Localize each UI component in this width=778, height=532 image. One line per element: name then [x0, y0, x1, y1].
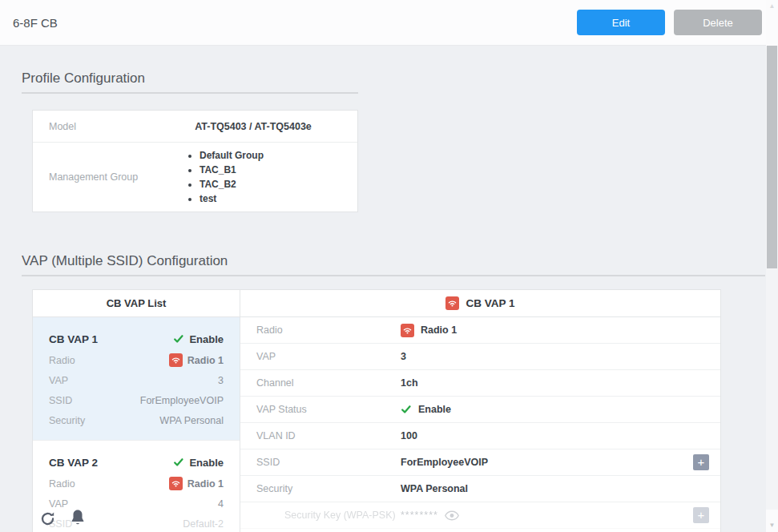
management-group-label: Management Group [33, 171, 149, 183]
check-icon [401, 404, 412, 415]
detail-row-channel: Channel 1ch [240, 370, 720, 397]
model-label: Model [33, 121, 149, 132]
radio-value: Radio 1 [169, 477, 224, 490]
bell-icon [69, 518, 87, 530]
wifi-icon [169, 353, 183, 367]
notifications-button[interactable] [69, 508, 87, 530]
status-text: Enable [189, 333, 224, 345]
list-item: test [200, 191, 357, 206]
detail-row-radio: Radio Radio 1 [240, 317, 720, 344]
detail-row-ssid: SSID ForEmployeeVOIP + [240, 449, 720, 476]
detail-row-vap: VAP 3 [240, 344, 720, 370]
model-row: Model AT-TQ5403 / AT-TQ5403e [33, 111, 357, 142]
scrollbar-up-icon[interactable]: ▲ [766, 2, 778, 10]
management-group-list: Default Group TAC_B1 TAC_B2 test [149, 148, 357, 206]
vap-table: CB VAP List CB VAP 1 Enable Radio [32, 289, 721, 532]
ssid-value: Default-2 [183, 518, 224, 530]
vap-list-header: CB VAP List [33, 290, 240, 317]
security-label: Security [49, 415, 85, 426]
section-divider [22, 92, 358, 94]
plus-icon: + [698, 508, 705, 522]
status-badge: Enable [173, 333, 224, 345]
list-item: TAC_B1 [200, 163, 357, 177]
delete-button[interactable]: Delete [674, 10, 762, 35]
vap-label: VAP [49, 498, 68, 510]
vap-card-name: CB VAP 2 [49, 457, 98, 469]
check-icon [173, 457, 184, 468]
vap-value: 4 [218, 498, 224, 510]
scrollbar-down-icon[interactable]: ▼ [766, 522, 778, 529]
scrollbar[interactable]: ▲ ▼ [766, 0, 778, 532]
section-divider [22, 275, 765, 276]
vap-card-2[interactable]: CB VAP 2 Enable Radio Radio 1 [33, 440, 240, 532]
vap-label: VAP [49, 375, 68, 386]
list-item: Default Group [200, 148, 357, 163]
vap-section-title: VAP (Multiple SSID) Configuration [22, 253, 228, 269]
profile-section-title: Profile Configuration [22, 71, 145, 87]
refresh-icon [39, 518, 56, 530]
wifi-icon [169, 477, 183, 490]
management-group-row: Management Group Default Group TAC_B1 TA… [33, 142, 357, 212]
detail-row-security: Security WPA Personal [240, 476, 720, 502]
profile-detail-page: 6-8F CB Edit Delete Profile Configuratio… [0, 0, 778, 532]
vap-detail-title: CB VAP 1 [466, 297, 514, 309]
status-text: Enable [189, 457, 224, 469]
vap-card-1[interactable]: CB VAP 1 Enable Radio Radio 1 [33, 317, 240, 440]
edit-button[interactable]: Edit [577, 10, 665, 35]
security-value: WPA Personal [159, 415, 224, 426]
status-badge: Enable [173, 457, 224, 469]
detail-row-vap-status: VAP Status Enable [240, 397, 720, 423]
add-ssid-button[interactable]: + [693, 454, 709, 470]
radio-label: Radio [49, 355, 75, 366]
vap-value: 3 [218, 375, 224, 386]
profile-table: Model AT-TQ5403 / AT-TQ5403e Management … [32, 110, 358, 212]
vap-detail-panel: CB VAP 1 Radio Radio 1 VAP 3 Channel 1ch [240, 290, 720, 532]
wifi-icon [401, 324, 414, 337]
security-key-masked: ******** [401, 510, 438, 521]
vap-card-name: CB VAP 1 [49, 333, 98, 345]
refresh-button[interactable] [39, 510, 56, 530]
detail-row-security-key: Security Key (WPA-PSK) ******** + [240, 502, 720, 529]
radio-label: Radio [49, 478, 75, 490]
check-icon [173, 333, 184, 345]
vap-detail-header: CB VAP 1 [240, 290, 720, 317]
plus-icon: + [698, 455, 705, 469]
radio-value: Radio 1 [169, 353, 224, 367]
show-password-icon[interactable] [445, 510, 459, 521]
add-security-key-button[interactable]: + [693, 507, 709, 523]
list-item: TAC_B2 [200, 177, 357, 191]
vap-list-panel: CB VAP List CB VAP 1 Enable Radio [33, 290, 240, 532]
page-title: 6-8F CB [13, 16, 58, 30]
ssid-label: SSID [49, 395, 72, 406]
detail-row-vlan-id: VLAN ID 100 [240, 423, 720, 449]
scrollbar-thumb[interactable] [767, 46, 777, 268]
wifi-icon [445, 296, 459, 310]
ssid-value: ForEmployeeVOIP [140, 395, 224, 406]
top-bar: 6-8F CB Edit Delete [0, 0, 766, 46]
model-value: AT-TQ5403 / AT-TQ5403e [149, 121, 357, 132]
